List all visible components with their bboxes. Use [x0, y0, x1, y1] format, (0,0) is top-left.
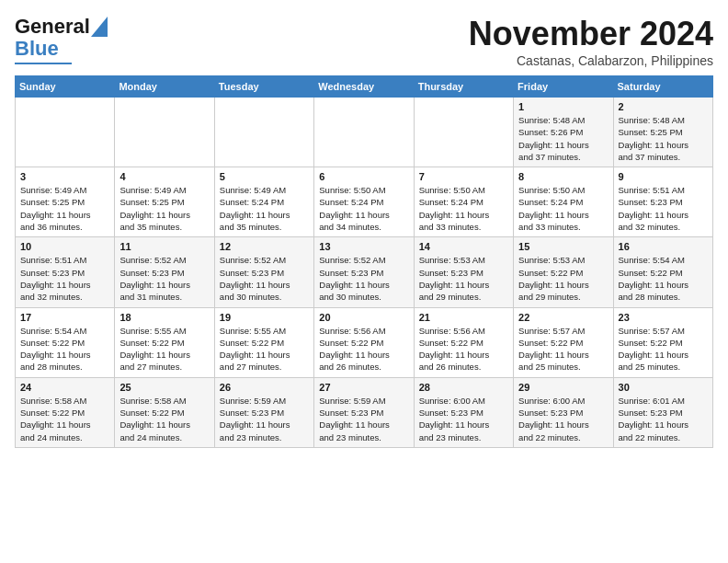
logo-blue: Blue	[15, 37, 59, 61]
calendar-cell	[414, 98, 513, 167]
weekday-header-sunday: Sunday	[16, 76, 115, 98]
day-number: 19	[220, 312, 309, 323]
day-info: Sunrise: 5:57 AMSunset: 5:22 PMDaylight:…	[619, 325, 708, 373]
logo-general: General	[15, 15, 90, 39]
day-info: Sunrise: 5:51 AMSunset: 5:23 PMDaylight:…	[619, 184, 708, 233]
day-number: 28	[419, 382, 508, 393]
calendar-cell: 28Sunrise: 6:00 AMSunset: 5:23 PMDayligh…	[414, 377, 513, 447]
calendar-cell: 20Sunrise: 5:56 AMSunset: 5:22 PMDayligh…	[314, 307, 414, 377]
day-number: 13	[319, 241, 408, 252]
day-info: Sunrise: 5:48 AMSunset: 5:26 PMDaylight:…	[518, 114, 608, 163]
calendar-cell: 26Sunrise: 5:59 AMSunset: 5:23 PMDayligh…	[214, 377, 313, 447]
day-info: Sunrise: 5:54 AMSunset: 5:22 PMDaylight:…	[619, 254, 708, 303]
calendar-cell: 27Sunrise: 5:59 AMSunset: 5:23 PMDayligh…	[314, 377, 414, 447]
calendar-cell: 1Sunrise: 5:48 AMSunset: 5:26 PMDaylight…	[514, 98, 613, 167]
day-info: Sunrise: 5:56 AMSunset: 5:22 PMDaylight:…	[419, 325, 508, 373]
calendar-cell: 12Sunrise: 5:52 AMSunset: 5:23 PMDayligh…	[214, 237, 313, 307]
calendar-cell: 5Sunrise: 5:49 AMSunset: 5:24 PMDaylight…	[214, 167, 313, 237]
day-number: 27	[319, 382, 408, 393]
calendar-cell	[214, 98, 313, 167]
day-number: 5	[220, 171, 309, 182]
day-number: 26	[220, 382, 309, 393]
day-number: 2	[619, 101, 708, 112]
calendar-cell	[16, 98, 115, 167]
day-info: Sunrise: 6:00 AMSunset: 5:23 PMDaylight:…	[518, 395, 608, 443]
day-number: 6	[319, 171, 408, 182]
day-info: Sunrise: 5:49 AMSunset: 5:24 PMDaylight:…	[220, 184, 309, 233]
day-info: Sunrise: 5:51 AMSunset: 5:23 PMDaylight:…	[20, 254, 109, 303]
logo: General Blue	[15, 15, 108, 64]
logo-underline	[15, 63, 72, 64]
calendar-cell: 11Sunrise: 5:52 AMSunset: 5:23 PMDayligh…	[115, 237, 214, 307]
day-number: 1	[518, 101, 608, 112]
day-info: Sunrise: 5:53 AMSunset: 5:23 PMDaylight:…	[419, 254, 508, 303]
calendar-cell: 25Sunrise: 5:58 AMSunset: 5:22 PMDayligh…	[115, 377, 214, 447]
location-subtitle: Castanas, Calabarzon, Philippines	[469, 53, 713, 68]
title-block: November 2024 Castanas, Calabarzon, Phil…	[469, 15, 713, 68]
calendar-cell: 7Sunrise: 5:50 AMSunset: 5:24 PMDaylight…	[414, 167, 513, 237]
calendar-cell: 10Sunrise: 5:51 AMSunset: 5:23 PMDayligh…	[16, 237, 115, 307]
day-number: 9	[619, 171, 708, 182]
day-number: 23	[619, 312, 708, 323]
calendar-cell: 23Sunrise: 5:57 AMSunset: 5:22 PMDayligh…	[613, 307, 712, 377]
month-title: November 2024	[469, 15, 713, 53]
calendar-cell: 16Sunrise: 5:54 AMSunset: 5:22 PMDayligh…	[613, 237, 712, 307]
calendar-cell: 4Sunrise: 5:49 AMSunset: 5:25 PMDaylight…	[115, 167, 214, 237]
day-number: 18	[119, 312, 209, 323]
calendar-cell: 19Sunrise: 5:55 AMSunset: 5:22 PMDayligh…	[214, 307, 313, 377]
page-header: General Blue November 2024 Castanas, Cal…	[15, 15, 713, 68]
day-number: 3	[20, 171, 109, 182]
day-number: 22	[518, 312, 608, 323]
day-info: Sunrise: 5:52 AMSunset: 5:23 PMDaylight:…	[119, 254, 209, 303]
day-number: 8	[518, 171, 608, 182]
day-info: Sunrise: 5:53 AMSunset: 5:22 PMDaylight:…	[518, 254, 608, 303]
day-number: 15	[518, 241, 608, 252]
calendar-cell: 6Sunrise: 5:50 AMSunset: 5:24 PMDaylight…	[314, 167, 414, 237]
day-number: 11	[119, 241, 209, 252]
day-number: 17	[20, 312, 109, 323]
day-number: 12	[220, 241, 309, 252]
weekday-header-wednesday: Wednesday	[314, 76, 414, 98]
day-info: Sunrise: 6:00 AMSunset: 5:23 PMDaylight:…	[419, 395, 508, 443]
calendar-cell: 22Sunrise: 5:57 AMSunset: 5:22 PMDayligh…	[514, 307, 613, 377]
weekday-header-row: SundayMondayTuesdayWednesdayThursdayFrid…	[16, 76, 713, 98]
calendar-cell: 15Sunrise: 5:53 AMSunset: 5:22 PMDayligh…	[514, 237, 613, 307]
day-info: Sunrise: 5:54 AMSunset: 5:22 PMDaylight:…	[20, 325, 109, 373]
calendar-cell: 18Sunrise: 5:55 AMSunset: 5:22 PMDayligh…	[115, 307, 214, 377]
day-info: Sunrise: 5:55 AMSunset: 5:22 PMDaylight:…	[119, 325, 209, 373]
day-number: 20	[319, 312, 408, 323]
day-number: 25	[119, 382, 209, 393]
day-number: 29	[518, 382, 608, 393]
calendar-cell: 9Sunrise: 5:51 AMSunset: 5:23 PMDaylight…	[613, 167, 712, 237]
weekday-header-friday: Friday	[514, 76, 613, 98]
day-info: Sunrise: 5:49 AMSunset: 5:25 PMDaylight:…	[119, 184, 209, 233]
day-number: 7	[419, 171, 508, 182]
svg-marker-0	[91, 17, 108, 37]
day-number: 21	[419, 312, 508, 323]
day-info: Sunrise: 5:52 AMSunset: 5:23 PMDaylight:…	[319, 254, 408, 303]
day-info: Sunrise: 5:59 AMSunset: 5:23 PMDaylight:…	[319, 395, 408, 443]
calendar-table: SundayMondayTuesdayWednesdayThursdayFrid…	[15, 75, 713, 448]
calendar-cell: 24Sunrise: 5:58 AMSunset: 5:22 PMDayligh…	[16, 377, 115, 447]
weekday-header-tuesday: Tuesday	[214, 76, 313, 98]
weekday-header-thursday: Thursday	[414, 76, 513, 98]
calendar-week-row: 3Sunrise: 5:49 AMSunset: 5:25 PMDaylight…	[16, 167, 713, 237]
calendar-cell: 14Sunrise: 5:53 AMSunset: 5:23 PMDayligh…	[414, 237, 513, 307]
day-info: Sunrise: 5:50 AMSunset: 5:24 PMDaylight:…	[518, 184, 608, 233]
calendar-cell: 13Sunrise: 5:52 AMSunset: 5:23 PMDayligh…	[314, 237, 414, 307]
calendar-week-row: 17Sunrise: 5:54 AMSunset: 5:22 PMDayligh…	[16, 307, 713, 377]
day-info: Sunrise: 5:58 AMSunset: 5:22 PMDaylight:…	[119, 395, 209, 443]
day-info: Sunrise: 5:58 AMSunset: 5:22 PMDaylight:…	[20, 395, 109, 443]
day-number: 30	[619, 382, 708, 393]
calendar-week-row: 10Sunrise: 5:51 AMSunset: 5:23 PMDayligh…	[16, 237, 713, 307]
day-number: 16	[619, 241, 708, 252]
weekday-header-saturday: Saturday	[613, 76, 712, 98]
logo-triangle-icon	[91, 17, 108, 37]
day-info: Sunrise: 5:57 AMSunset: 5:22 PMDaylight:…	[518, 325, 608, 373]
day-info: Sunrise: 6:01 AMSunset: 5:23 PMDaylight:…	[619, 395, 708, 443]
day-info: Sunrise: 5:50 AMSunset: 5:24 PMDaylight:…	[419, 184, 508, 233]
calendar-cell: 8Sunrise: 5:50 AMSunset: 5:24 PMDaylight…	[514, 167, 613, 237]
day-number: 10	[20, 241, 109, 252]
calendar-cell: 29Sunrise: 6:00 AMSunset: 5:23 PMDayligh…	[514, 377, 613, 447]
day-info: Sunrise: 5:56 AMSunset: 5:22 PMDaylight:…	[319, 325, 408, 373]
